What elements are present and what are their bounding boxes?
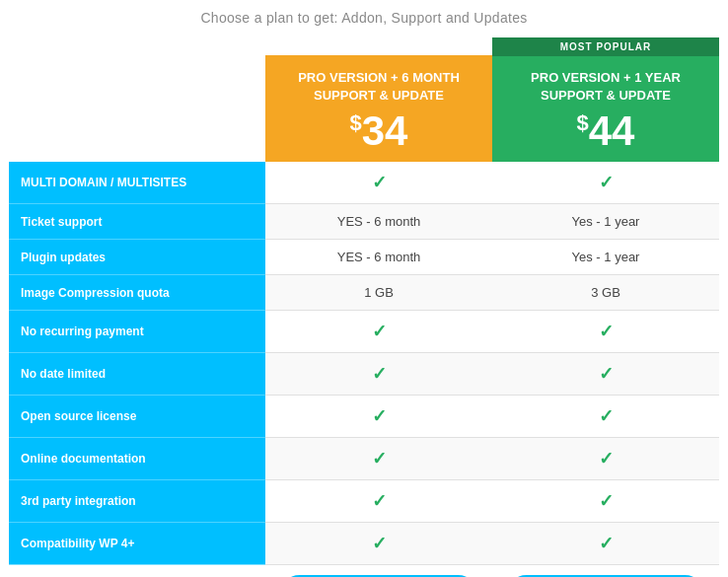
plan-gold-header: PRO VERSION + 6 MONTHSUPPORT & UPDATE $3… bbox=[265, 37, 492, 162]
table-row: Ticket supportYES - 6 monthYes - 1 year bbox=[9, 204, 719, 240]
feature-green-value: ✓ bbox=[492, 353, 719, 396]
checkmark-icon: ✓ bbox=[372, 364, 387, 384]
feature-gold-value: ✓ bbox=[265, 523, 492, 565]
plan-green-title: PRO VERSION + 1 YEARSUPPORT & UPDATE bbox=[502, 69, 709, 105]
table-row: Image Compression quota1 GB3 GB bbox=[9, 275, 719, 311]
checkmark-icon: ✓ bbox=[599, 491, 614, 511]
feature-green-value: ✓ bbox=[492, 396, 719, 438]
order-empty-cell bbox=[9, 565, 265, 577]
table-row: 3rd party integration✓✓ bbox=[9, 480, 719, 523]
feature-gold-value: 1 GB bbox=[265, 275, 492, 311]
feature-label: Image Compression quota bbox=[9, 275, 265, 311]
table-row: No date limited✓✓ bbox=[9, 353, 719, 396]
feature-gold-value: ✓ bbox=[265, 162, 492, 204]
feature-green-value: 3 GB bbox=[492, 275, 719, 311]
feature-green-value: ✓ bbox=[492, 311, 719, 353]
plan-green-price: $44 bbox=[502, 110, 709, 152]
feature-gold-value: ✓ bbox=[265, 438, 492, 480]
feature-label: Plugin updates bbox=[9, 240, 265, 275]
checkmark-icon: ✓ bbox=[599, 406, 614, 426]
order-gold-cell: ORDER NOW! bbox=[265, 565, 492, 577]
table-row: MULTI DOMAIN / MULTISITES✓✓ bbox=[9, 162, 719, 204]
feature-green-value: ✓ bbox=[492, 480, 719, 523]
checkmark-icon: ✓ bbox=[372, 491, 387, 511]
order-row: ORDER NOW! ORDER NOW! bbox=[9, 565, 719, 577]
feature-label: Open source license bbox=[9, 396, 265, 438]
feature-green-value: ✓ bbox=[492, 438, 719, 480]
feature-green-value: ✓ bbox=[492, 162, 719, 204]
plan-header-row: PRO VERSION + 6 MONTHSUPPORT & UPDATE $3… bbox=[9, 37, 719, 162]
pricing-container: Choose a plan to get: Addon, Support and… bbox=[9, 0, 719, 577]
feature-label: MULTI DOMAIN / MULTISITES bbox=[9, 162, 265, 204]
table-row: Plugin updatesYES - 6 monthYes - 1 year bbox=[9, 240, 719, 275]
checkmark-icon: ✓ bbox=[372, 449, 387, 469]
features-body: MULTI DOMAIN / MULTISITES✓✓Ticket suppor… bbox=[9, 162, 719, 565]
checkmark-icon: ✓ bbox=[372, 406, 387, 426]
table-row: Compatibility WP 4+✓✓ bbox=[9, 523, 719, 565]
feature-gold-value: ✓ bbox=[265, 396, 492, 438]
checkmark-icon: ✓ bbox=[599, 534, 614, 553]
feature-green-value: Yes - 1 year bbox=[492, 204, 719, 240]
pricing-table: PRO VERSION + 6 MONTHSUPPORT & UPDATE $3… bbox=[9, 37, 719, 577]
plan-green-header: MOST POPULAR PRO VERSION + 1 YEARSUPPORT… bbox=[492, 37, 719, 162]
table-row: Online documentation✓✓ bbox=[9, 438, 719, 480]
checkmark-icon: ✓ bbox=[372, 322, 387, 341]
empty-header-cell bbox=[9, 37, 265, 162]
feature-label: No recurring payment bbox=[9, 311, 265, 353]
checkmark-icon: ✓ bbox=[599, 449, 614, 469]
feature-gold-value: ✓ bbox=[265, 311, 492, 353]
feature-label: Ticket support bbox=[9, 204, 265, 240]
page-subtitle: Choose a plan to get: Addon, Support and… bbox=[9, 10, 719, 26]
feature-label: 3rd party integration bbox=[9, 480, 265, 523]
plan-green-header-content: MOST POPULAR PRO VERSION + 1 YEARSUPPORT… bbox=[492, 37, 719, 162]
feature-gold-value: ✓ bbox=[265, 480, 492, 523]
plan-gold-title: PRO VERSION + 6 MONTHSUPPORT & UPDATE bbox=[275, 69, 482, 105]
feature-green-value: Yes - 1 year bbox=[492, 240, 719, 275]
feature-gold-value: YES - 6 month bbox=[265, 204, 492, 240]
checkmark-icon: ✓ bbox=[372, 173, 387, 192]
feature-label: Compatibility WP 4+ bbox=[9, 523, 265, 565]
checkmark-icon: ✓ bbox=[599, 322, 614, 341]
checkmark-icon: ✓ bbox=[599, 364, 614, 384]
plan-gold-price: $34 bbox=[275, 110, 482, 152]
order-green-cell: ORDER NOW! bbox=[492, 565, 719, 577]
table-row: Open source license✓✓ bbox=[9, 396, 719, 438]
table-row: No recurring payment✓✓ bbox=[9, 311, 719, 353]
feature-gold-value: YES - 6 month bbox=[265, 240, 492, 275]
feature-green-value: ✓ bbox=[492, 523, 719, 565]
plan-gold-header-content: PRO VERSION + 6 MONTHSUPPORT & UPDATE $3… bbox=[265, 55, 492, 162]
feature-gold-value: ✓ bbox=[265, 353, 492, 396]
feature-label: Online documentation bbox=[9, 438, 265, 480]
most-popular-badge: MOST POPULAR bbox=[492, 37, 719, 56]
feature-label: No date limited bbox=[9, 353, 265, 396]
checkmark-icon: ✓ bbox=[372, 534, 387, 553]
checkmark-icon: ✓ bbox=[599, 173, 614, 192]
